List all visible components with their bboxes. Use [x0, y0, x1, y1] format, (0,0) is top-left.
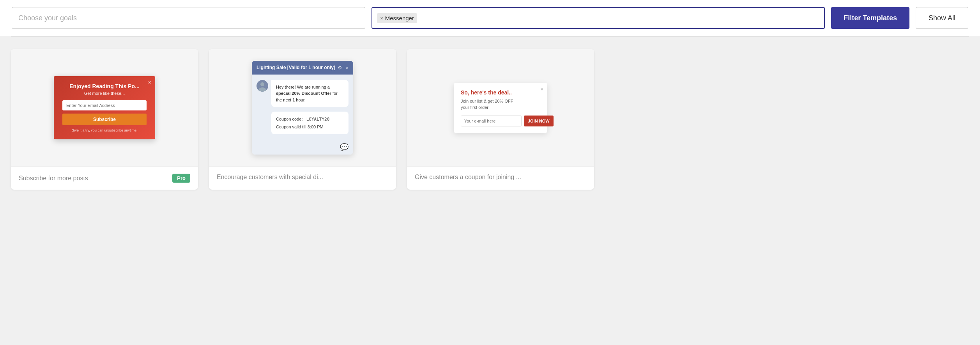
card-3-preview: × So, here's the deal.. Join our list & …: [407, 49, 594, 166]
coupon-desc: Join our list & get 20% OFF your first o…: [461, 98, 540, 111]
coupon-label: Coupon code:: [276, 117, 303, 121]
messenger-message: Hey there! We are running a special 20% …: [256, 80, 348, 107]
messenger-header: Lighting Sale [Valid for 1 hour only] ⚙ …: [252, 61, 353, 75]
popup-title: Enjoyed Reading This Po...: [62, 83, 147, 89]
subscribe-button[interactable]: Subscribe: [62, 114, 147, 125]
messenger-footer-icon: 💬: [340, 143, 348, 151]
show-all-button[interactable]: Show All: [916, 7, 968, 29]
coupon-desc-line1: Join our list & get 20% OFF: [461, 99, 513, 103]
messenger-popup: Lighting Sale [Valid for 1 hour only] ⚙ …: [252, 61, 353, 155]
tag-search-input[interactable]: [420, 14, 819, 21]
coupon-desc-line2: your first order: [461, 105, 488, 110]
coupon-popup: × So, here's the deal.. Join our list & …: [454, 83, 547, 133]
card-3-label: Give customers a coupon for joining ...: [415, 174, 521, 181]
filter-templates-button[interactable]: Filter Templates: [831, 7, 909, 29]
svg-point-0: [260, 82, 264, 86]
card-coupon[interactable]: × So, here's the deal.. Join our list & …: [407, 49, 594, 190]
coupon-title: So, here's the deal..: [461, 89, 540, 96]
card-subscribe[interactable]: × Enjoyed Reading This Po... Get more li…: [11, 49, 198, 190]
coupon-code: L0YALTY20: [306, 117, 330, 122]
card-2-preview: Lighting Sale [Valid for 1 hour only] ⚙ …: [209, 49, 396, 166]
coupon-valid: Coupon valid till 3:00 PM: [276, 123, 344, 131]
header-bar: × Messenger Filter Templates Show All: [0, 0, 980, 36]
gear-icon: ⚙: [338, 65, 342, 71]
popup-email-input[interactable]: [62, 100, 147, 110]
card-2-label: Encourage customers with special di...: [217, 174, 323, 181]
messenger-header-title: Lighting Sale [Valid for 1 hour only]: [256, 65, 335, 70]
join-now-button[interactable]: JOIN NOW: [524, 116, 554, 126]
messenger-header-icons: ⚙ ×: [338, 65, 348, 71]
popup-subtitle: Get more like these...: [62, 91, 147, 96]
message-text: Hey there! We are running a: [276, 85, 330, 89]
tag-input-container: × Messenger: [371, 7, 825, 29]
card-1-footer: Subscribe for more posts Pro: [11, 166, 198, 190]
coupon-form: JOIN NOW: [461, 116, 540, 126]
popup-close-icon[interactable]: ×: [148, 79, 151, 85]
pro-badge: Pro: [172, 174, 190, 183]
svg-point-1: [258, 87, 266, 92]
messenger-coupon: Coupon code: L0YALTY20 Coupon valid till…: [271, 112, 348, 134]
card-1-preview: × Enjoyed Reading This Po... Get more li…: [11, 49, 198, 166]
cards-container: × Enjoyed Reading This Po... Get more li…: [0, 37, 980, 202]
card-messenger[interactable]: Lighting Sale [Valid for 1 hour only] ⚙ …: [209, 49, 396, 190]
tag-close-icon[interactable]: ×: [380, 16, 383, 21]
coupon-email-input[interactable]: [461, 116, 522, 126]
goals-input[interactable]: [12, 7, 365, 29]
messenger-tag: × Messenger: [377, 13, 417, 23]
card-1-label: Subscribe for more posts: [19, 175, 88, 182]
messenger-footer: 💬: [252, 140, 353, 155]
message-bold: special 20% Discount Offer: [276, 91, 331, 96]
coupon-close-icon[interactable]: ×: [540, 86, 543, 92]
messenger-avatar: [256, 80, 268, 92]
card-2-footer: Encourage customers with special di...: [209, 166, 396, 188]
subscribe-popup: × Enjoyed Reading This Po... Get more li…: [54, 76, 155, 139]
close-icon[interactable]: ×: [345, 65, 348, 71]
messenger-bubble: Hey there! We are running a special 20% …: [271, 80, 348, 107]
tag-label: Messenger: [385, 15, 414, 21]
coupon-label-line: Coupon code: L0YALTY20: [276, 116, 344, 123]
popup-unsub-text: Give it a try, you can unsubscribe anyti…: [62, 128, 147, 132]
messenger-body: Hey there! We are running a special 20% …: [252, 75, 353, 140]
card-3-footer: Give customers a coupon for joining ...: [407, 166, 594, 188]
